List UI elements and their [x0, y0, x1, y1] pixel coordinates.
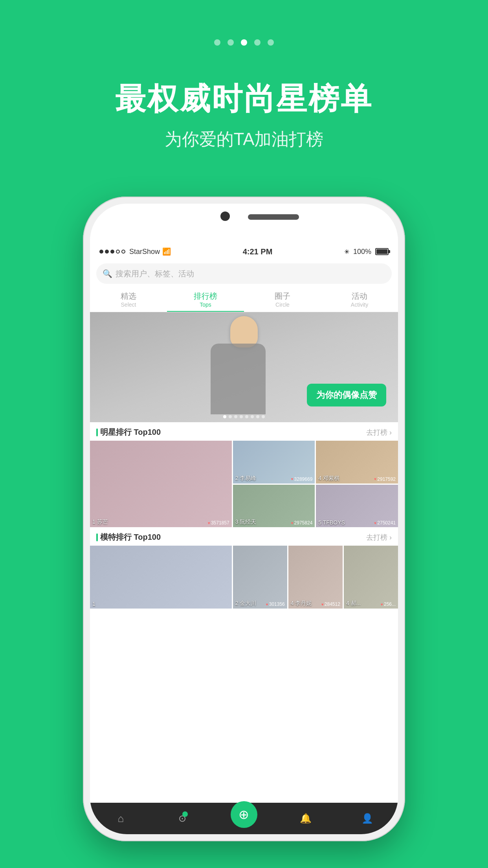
home-icon: ⌂	[118, 813, 124, 825]
signal-dot-4	[116, 250, 120, 254]
notification-icon: 🔔	[300, 813, 312, 824]
star-rank-4a-count: 2917592	[374, 476, 396, 482]
search-icon: 🔍	[103, 269, 112, 278]
dot-1[interactable]	[214, 39, 220, 46]
star-rank-4a-label: 4 邓紫棋	[318, 475, 339, 482]
star-rank-5-count: 2750241	[374, 520, 396, 526]
signal-dot-1	[99, 250, 103, 254]
model-rankings-grid: 1 2 金大川 301356 4 李丹妮	[90, 546, 398, 609]
search-badge-dot	[182, 811, 188, 817]
star-rank-5-cell[interactable]: 5 TFBOYS 2750241	[316, 485, 398, 528]
dot-2[interactable]	[227, 39, 234, 46]
hero-subtitle: 为你爱的TA加油打榜	[115, 128, 373, 151]
banner-dot-8[interactable]	[262, 415, 265, 418]
star-rank-4a-cell[interactable]: 4 邓紫棋 2917592	[316, 441, 398, 484]
model-rank-3-count: 284512	[321, 601, 340, 607]
banner-dot-7[interactable]	[256, 415, 259, 418]
tab-circle-cn: 圈子	[244, 291, 321, 302]
star-rank-3-count: 2975824	[291, 520, 313, 526]
battery-icon	[375, 248, 389, 255]
tab-tops-en: Tops	[167, 302, 244, 308]
model-rank-2-label: 2 金大川	[235, 600, 257, 607]
banner-dot-5[interactable]	[245, 415, 248, 418]
search-badge-wrapper: ⊙	[178, 813, 186, 824]
tab-activity-cn: 活动	[321, 291, 398, 302]
tab-circle[interactable]: 圈子 Circle	[244, 287, 321, 312]
phone-speaker	[248, 214, 299, 220]
battery-fill	[376, 249, 387, 254]
phone-inner: StarShow 📶 4:21 PM ✳ 100% 🔍 搜索	[90, 204, 398, 834]
model-rank-4-count: 256...	[381, 601, 396, 607]
phone-camera	[220, 211, 230, 221]
model-rank-2-count: 301356	[266, 601, 285, 607]
model-rank-3-cell[interactable]: 4 李丹妮 284512	[288, 546, 343, 609]
star-rank-1-label: 1 苏芒	[92, 519, 108, 526]
dot-3[interactable]	[241, 39, 247, 46]
star-rank-1-cell[interactable]: 1 苏芒 3571857	[90, 441, 232, 527]
model-small-cells: 2 金大川 301356 4 李丹妮 284512	[233, 546, 398, 609]
page-indicator[interactable]	[214, 39, 274, 46]
tab-tops-cn: 排行榜	[167, 291, 244, 302]
banner-dot-3[interactable]	[234, 415, 237, 418]
carrier-label: StarShow	[129, 248, 160, 256]
signal-dot-3	[110, 250, 114, 254]
model-rankings-header: 模特排行 Top100 去打榜	[90, 527, 398, 546]
camera-icon: ⊕	[238, 807, 249, 822]
nav-search[interactable]: ⊙	[152, 813, 213, 824]
model-rankings-title: 模特排行 Top100	[96, 532, 161, 542]
dot-5[interactable]	[268, 39, 274, 46]
banner-dot-6[interactable]	[251, 415, 254, 418]
star-rankings-grid: 1 苏芒 3571857 2 李易峰 3289669	[90, 441, 398, 527]
hero-section: 最权威时尚星榜单 为你爱的TA加油打榜	[115, 79, 373, 151]
hero-banner[interactable]: 为你的偶像点赞	[90, 312, 398, 422]
star-rankings-title: 明星排行 Top100	[96, 427, 161, 438]
battery-text: 100%	[353, 248, 371, 256]
signal-dot-2	[105, 250, 109, 254]
signal-dots	[99, 250, 125, 254]
search-placeholder-text: 搜索用户、标签、活动	[116, 268, 194, 279]
star-rank-2-cell[interactable]: 2 李易峰 3289669	[233, 441, 315, 484]
star-rank-2-label: 2 李易峰	[235, 475, 257, 482]
model-rank-1-label: 1	[92, 601, 95, 607]
star-rankings-section: 明星排行 Top100 去打榜 1 苏芒 3571857	[90, 422, 398, 527]
model-rank-4-label: 4 郝...	[346, 600, 361, 607]
banner-dot-2[interactable]	[229, 415, 232, 418]
dot-4[interactable]	[254, 39, 261, 46]
search-bar[interactable]: 🔍 搜索用户、标签、活动	[96, 263, 392, 284]
tab-select[interactable]: 精选 Select	[90, 287, 167, 312]
bottom-navigation: ⌂ ⊙ ⊕ 🔔	[90, 803, 398, 834]
model-rankings-section: 模特排行 Top100 去打榜 1 2 金大川 301356	[90, 527, 398, 609]
profile-icon: 👤	[361, 813, 373, 824]
signal-dot-5	[121, 250, 125, 254]
tab-select-en: Select	[90, 302, 167, 308]
banner-dots	[223, 415, 265, 418]
model-rank-3-label: 4 李丹妮	[291, 600, 312, 607]
screen: StarShow 📶 4:21 PM ✳ 100% 🔍 搜索	[90, 243, 398, 834]
like-badge[interactable]: 为你的偶像点赞	[307, 384, 386, 406]
tab-tops[interactable]: 排行榜 Tops	[167, 287, 244, 312]
banner-dot-4[interactable]	[240, 415, 243, 418]
nav-home[interactable]: ⌂	[90, 813, 152, 825]
star-rankings-link[interactable]: 去打榜	[366, 428, 392, 437]
status-right: ✳ 100%	[344, 248, 389, 256]
model-rankings-link[interactable]: 去打榜	[366, 533, 392, 542]
nav-profile[interactable]: 👤	[336, 813, 398, 824]
star-rank-3-label: 3 阮经天	[235, 519, 257, 526]
phone-outer: StarShow 📶 4:21 PM ✳ 100% 🔍 搜索	[83, 197, 405, 841]
model-rank-1-cell[interactable]: 1	[90, 546, 232, 609]
tab-navigation: 精选 Select 排行榜 Tops 圈子 Circle 活动 Activity	[90, 287, 398, 312]
banner-dot-1[interactable]	[223, 415, 226, 418]
nav-notification[interactable]: 🔔	[275, 813, 336, 824]
star-rank-3-cell[interactable]: 3 阮经天 2975824	[233, 485, 315, 528]
tab-activity-en: Activity	[321, 302, 398, 308]
model-rank-4-cell[interactable]: 4 郝... 256...	[344, 546, 398, 609]
status-bar: StarShow 📶 4:21 PM ✳ 100%	[90, 243, 398, 260]
tab-select-cn: 精选	[90, 291, 167, 302]
camera-button[interactable]: ⊕	[231, 801, 257, 828]
tab-circle-en: Circle	[244, 302, 321, 308]
phone-mockup: StarShow 📶 4:21 PM ✳ 100% 🔍 搜索	[83, 197, 405, 841]
model-rank-2-cell[interactable]: 2 金大川 301356	[233, 546, 287, 609]
hero-title: 最权威时尚星榜单	[115, 79, 373, 120]
nav-camera[interactable]: ⊕	[213, 809, 275, 828]
tab-activity[interactable]: 活动 Activity	[321, 287, 398, 312]
